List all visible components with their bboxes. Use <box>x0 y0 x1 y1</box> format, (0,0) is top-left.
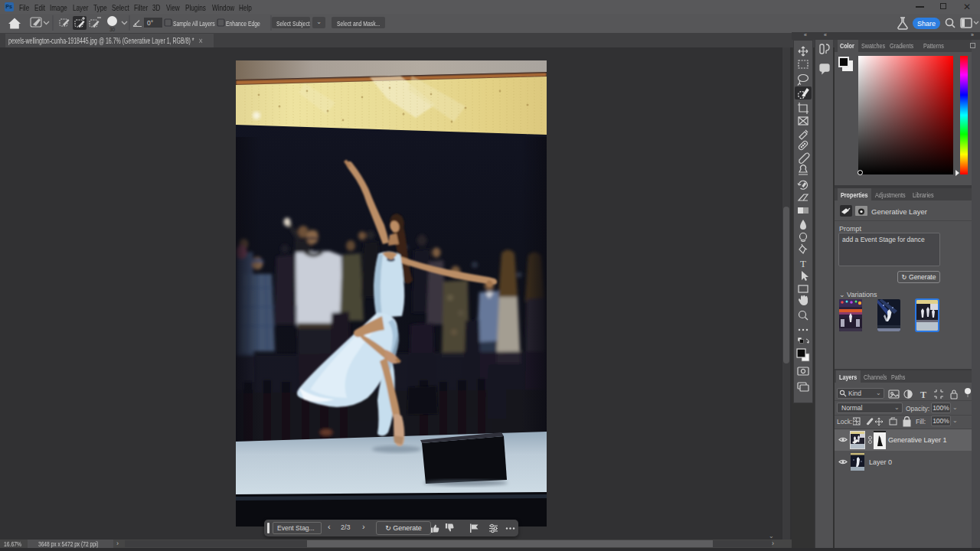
svg-text:T: T <box>920 390 926 400</box>
svg-text:30: 30 <box>109 27 116 32</box>
svg-text:T: T <box>800 258 806 269</box>
svg-text:Share: Share <box>917 20 936 28</box>
svg-text:0°: 0° <box>147 19 153 27</box>
